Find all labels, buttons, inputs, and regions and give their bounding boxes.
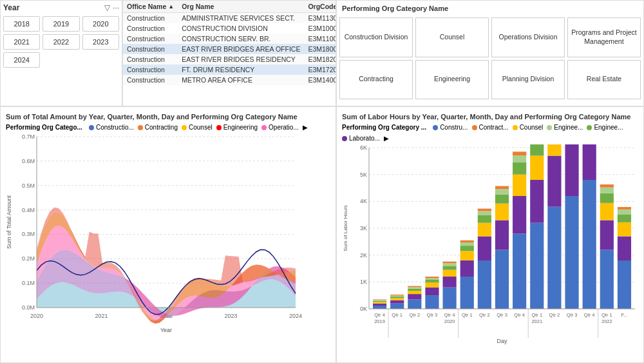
year-btn-2023[interactable]: 2023 <box>82 34 119 50</box>
svg-rect-45 <box>373 300 386 300</box>
svg-text:Qtr 3: Qtr 3 <box>427 312 438 318</box>
svg-rect-108 <box>530 144 544 156</box>
table-row[interactable]: ConstructionEAST RIVER BRIDGES RESIDENCY… <box>123 54 336 64</box>
svg-text:Qtr 1: Qtr 1 <box>601 312 612 318</box>
year-btn-2020[interactable]: 2020 <box>82 16 119 32</box>
svg-rect-120 <box>565 196 578 309</box>
more-icon[interactable]: ··· <box>113 3 119 12</box>
svg-rect-78 <box>460 260 474 277</box>
office-table: Office Name ▲ Org Name OrgCode Construct… <box>123 1 336 85</box>
legend-label: Counsel <box>520 124 544 131</box>
legend-more-icon[interactable]: ▶ <box>303 124 308 131</box>
org-category-cell-5[interactable]: Engineering <box>415 60 489 100</box>
svg-rect-42 <box>373 302 386 304</box>
svg-rect-139 <box>600 184 614 188</box>
svg-rect-102 <box>513 155 526 162</box>
dashboard: Year ▽ ··· 2018201920202021202220232024 … <box>0 0 644 363</box>
org-category-cell-3[interactable]: Programs and Project Management <box>567 17 641 57</box>
svg-rect-71 <box>443 270 457 277</box>
left-legend-item-2: Counsel <box>182 124 213 131</box>
year-btn-2022[interactable]: 2022 <box>43 34 79 50</box>
svg-rect-91 <box>495 250 509 309</box>
svg-rect-105 <box>530 223 544 309</box>
svg-rect-143 <box>618 237 631 261</box>
svg-rect-56 <box>408 294 421 299</box>
org-category-cell-1[interactable]: Counsel <box>415 17 489 57</box>
table-row[interactable]: ConstructionADMINISTRATIVE SERVICES SECT… <box>123 13 336 24</box>
svg-rect-100 <box>513 175 526 196</box>
year-btn-2019[interactable]: 2019 <box>43 16 79 32</box>
svg-text:Qtr 4: Qtr 4 <box>374 312 385 318</box>
svg-rect-50 <box>390 299 404 300</box>
org-category-cell-0[interactable]: Construction Division <box>339 17 413 57</box>
svg-rect-41 <box>373 304 386 306</box>
svg-rect-98 <box>513 234 526 309</box>
svg-rect-59 <box>408 288 421 289</box>
year-btn-2024[interactable]: 2024 <box>3 52 40 68</box>
filter-icon[interactable]: ▽ <box>104 3 110 12</box>
svg-rect-147 <box>618 207 631 210</box>
svg-rect-121 <box>565 144 578 196</box>
svg-rect-72 <box>443 266 457 270</box>
svg-text:F...: F... <box>621 312 627 318</box>
svg-rect-137 <box>600 193 614 203</box>
svg-text:2020: 2020 <box>30 313 43 319</box>
org-category-cell-7[interactable]: Real Estate <box>567 60 641 100</box>
table-row[interactable]: ConstructionMETRO AREA OFFICEE3M1400 <box>123 75 336 85</box>
svg-rect-138 <box>600 188 614 193</box>
svg-text:Qtr 4: Qtr 4 <box>514 312 525 318</box>
table-row[interactable]: ConstructionEAST RIVER BRIDGES AREA OFFI… <box>123 44 336 54</box>
legend-dot <box>89 125 94 130</box>
svg-rect-86 <box>478 223 491 237</box>
svg-rect-81 <box>460 242 474 246</box>
year-grid: 2018201920202021202220232024 <box>3 16 119 68</box>
svg-text:0.4M: 0.4M <box>22 207 35 213</box>
right-legend-item-0: Constru... <box>433 124 468 131</box>
svg-rect-74 <box>443 262 457 264</box>
table-row[interactable]: ConstructionCONSTRUCTION SERV. BR.E3M110… <box>123 34 336 44</box>
left-legend-item-4: Operatio... <box>261 124 299 131</box>
org-category-cell-2[interactable]: Operations Division <box>491 17 565 57</box>
right-legend-item-1: Contract... <box>472 124 509 131</box>
svg-text:2022: 2022 <box>601 319 612 324</box>
col-header-org[interactable]: Org Name <box>178 1 304 13</box>
svg-rect-135 <box>600 221 614 250</box>
left-chart-legend: Performing Org Catego...Constructio...Co… <box>6 124 330 131</box>
svg-rect-128 <box>583 144 596 180</box>
svg-rect-103 <box>513 152 526 156</box>
legend-label: Counsel <box>189 124 213 131</box>
svg-text:Qtr 4: Qtr 4 <box>444 312 455 318</box>
svg-text:3K: 3K <box>360 225 367 231</box>
legend-label: Enginee... <box>594 124 623 131</box>
left-chart-area: 0.0M0.1M0.2M0.3M0.4M0.5M0.6M0.7M20202021… <box>6 133 330 335</box>
legend-dot <box>587 125 592 130</box>
svg-rect-66 <box>425 278 439 280</box>
table-row[interactable]: ConstructionFT. DRUM RESIDENCYE3M1720 <box>123 64 336 75</box>
svg-rect-134 <box>600 250 614 309</box>
svg-rect-94 <box>495 195 509 204</box>
svg-rect-82 <box>460 240 474 242</box>
svg-text:Qtr 2: Qtr 2 <box>549 312 560 318</box>
svg-text:2020: 2020 <box>444 319 455 324</box>
svg-rect-44 <box>373 300 386 301</box>
col-header-office[interactable]: Office Name ▲ <box>123 1 178 13</box>
svg-text:0.6M: 0.6M <box>22 158 35 164</box>
svg-text:1K: 1K <box>360 279 367 286</box>
table-header-row: Office Name ▲ Org Name OrgCode <box>123 1 336 13</box>
year-btn-2021[interactable]: 2021 <box>3 34 40 50</box>
org-category-cell-4[interactable]: Contracting <box>339 60 413 100</box>
right-legend-item-5: Laborato... <box>342 135 380 142</box>
svg-rect-95 <box>495 189 509 194</box>
svg-rect-70 <box>443 277 457 288</box>
year-btn-2018[interactable]: 2018 <box>3 16 40 32</box>
svg-rect-92 <box>495 221 509 250</box>
table-row[interactable]: ConstructionCONSTRUCTION DIVISIONE3M1000 <box>123 23 336 34</box>
svg-rect-96 <box>495 186 509 190</box>
left-chart-panel: Sum of Total Amount by Year, Quarter, Mo… <box>0 106 336 363</box>
svg-rect-48 <box>390 304 404 309</box>
col-header-code[interactable]: OrgCode <box>304 1 336 13</box>
org-category-cell-6[interactable]: Planning Division <box>491 60 565 100</box>
legend-more-icon[interactable]: ▶ <box>384 135 389 142</box>
left-legend-item-3: Engineering <box>216 124 258 131</box>
svg-text:0.5M: 0.5M <box>22 182 35 189</box>
